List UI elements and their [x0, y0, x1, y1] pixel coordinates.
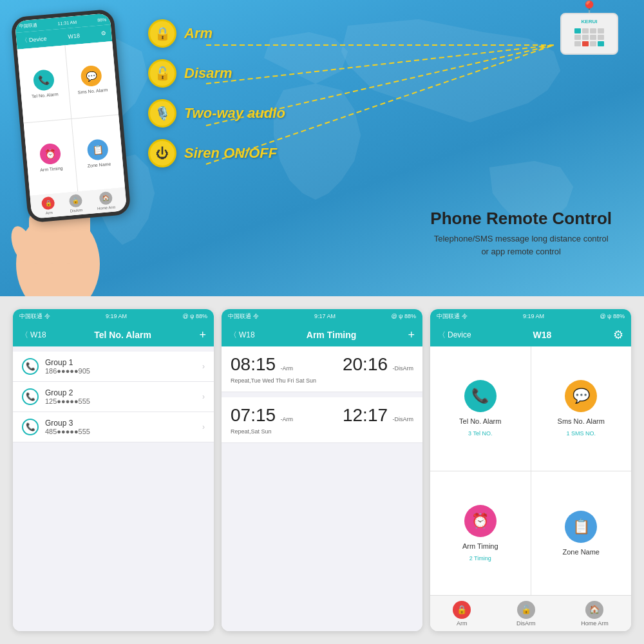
screen3-status-left: 中国联通 令 — [437, 312, 468, 321]
phone-nav-arm[interactable]: 🔒 Arm — [41, 196, 55, 216]
tel-item-3[interactable]: 📞 Group 3 485●●●●●555 › — [13, 412, 214, 442]
screen1-tel-alarm: 中国联通 令 9:19 AM @ ψ 88% 〈 W18 Tel No. Ala… — [13, 309, 214, 631]
tel-phone-icon: 📞 — [22, 358, 39, 375]
screen1-back[interactable]: 〈 W18 — [21, 330, 46, 341]
bottom-nav: 🔒 Arm 🔓 DisArm 🏠 Home Arm — [430, 595, 631, 631]
nav-disarm[interactable]: 🔓 DisArm — [516, 601, 536, 627]
feature-arm: 🔒 Arm — [148, 19, 285, 48]
tel-chevron-icon: › — [202, 422, 205, 431]
screen1-status-left: 中国联通 令 — [19, 312, 50, 321]
subtitle: Telephone/SMS message long distance cont… — [430, 232, 612, 258]
main-cell-icon-2: ⏰ — [464, 505, 497, 537]
screen3-main: 中国联通 令 9:19 AM @ ψ 88% 〈 Device W18 ⚙ 📞 … — [430, 309, 631, 631]
main-cell-tel-no.-alarm[interactable]: 📞 Tel No. Alarm 3 Tel NO. — [430, 346, 531, 471]
arm-icon: 🔒 — [148, 19, 176, 48]
screen1-status-bar: 中国联通 令 9:19 AM @ ψ 88% — [13, 309, 214, 323]
main-title: Phone Remote Control — [430, 209, 612, 229]
timing-list: 08:15 -Arm 20:16 -DisArm Repeat,Tue Wed … — [222, 346, 422, 631]
disarm-label: Disarm — [184, 65, 232, 82]
device-image: 📍 KERUI — [560, 13, 625, 58]
main-cell-icon-3: 📋 — [565, 511, 597, 543]
screen2-status-left: 中国联通 令 — [228, 312, 259, 321]
main-cell-icon-0: 📞 — [464, 380, 497, 412]
screen3-header: 〈 Device W18 ⚙ — [430, 323, 631, 346]
screen1-title: Tel No. Alarm — [94, 330, 151, 340]
phone-cell-arm-timing[interactable]: ⏰ Arm Timing — [24, 119, 77, 196]
tel-chevron-icon: › — [202, 392, 205, 401]
timing-item-1[interactable]: 08:15 -Arm 20:16 -DisArm Repeat,Tue Wed … — [222, 346, 422, 392]
phone-cell-sms-no.-alarm[interactable]: 💬 Sms No. Alarm — [65, 41, 118, 118]
bottom-section: 中国联通 令 9:19 AM @ ψ 88% 〈 W18 Tel No. Ala… — [0, 296, 644, 644]
main-cell-sms-no.-alarm[interactable]: 💬 Sms No. Alarm 1 SMS NO. — [531, 346, 632, 471]
tel-phone-icon: 📞 — [22, 388, 39, 405]
nav-icon-2: 🏠 — [585, 601, 603, 619]
top-section: 中国联通 11:31 AM 88% 〈 Device W18 ⚙ 📞 Tel N… — [0, 0, 644, 296]
screen2-header: 〈 W18 Arm Timing + — [222, 323, 422, 346]
timing-item-2[interactable]: 07:15 -Arm 12:17 -DisArm Repeat,Sat Sun — [222, 397, 422, 443]
device-box: KERUI — [560, 13, 618, 55]
screen2-back[interactable]: 〈 W18 — [229, 330, 255, 341]
nav-icon-0: 🔒 — [453, 601, 471, 619]
screen3-back[interactable]: 〈 Device — [438, 330, 471, 341]
screen3-settings[interactable]: ⚙ — [613, 328, 623, 342]
nav-arm[interactable]: 🔒 Arm — [453, 601, 471, 627]
feature-disarm: 🔓 Disarm — [148, 59, 285, 88]
tel-item-1[interactable]: 📞 Group 1 186●●●●●905 › — [13, 352, 214, 382]
screen1-status-right: @ ψ 88% — [182, 313, 207, 319]
phone-mockup: 中国联通 11:31 AM 88% 〈 Device W18 ⚙ 📞 Tel N… — [10, 9, 131, 223]
screen1-add-button[interactable]: + — [199, 328, 206, 342]
screen1-status-time: 9:19 AM — [106, 313, 127, 319]
main-cell-zone-name[interactable]: 📋 Zone Name — [531, 471, 632, 596]
screen2-status-right: @ ψ 88% — [391, 313, 416, 319]
text-content: Phone Remote Control Telephone/SMS messa… — [430, 209, 612, 258]
disarm-icon: 🔓 — [148, 59, 176, 88]
main-cell-arm-timing[interactable]: ⏰ Arm Timing 2 Timing — [430, 471, 531, 596]
tel-phone-icon: 📞 — [22, 419, 39, 435]
audio-label: Two-way audio — [184, 105, 285, 122]
siren-icon: ⏻ — [148, 139, 176, 167]
phone-cell-tel-no.-alarm[interactable]: 📞 Tel No. Alarm — [17, 45, 71, 122]
screen2-status-bar: 中国联通 令 9:17 AM @ ψ 88% — [222, 309, 422, 323]
feature-siren: ⏻ Siren ON/OFF — [148, 139, 285, 167]
screen3-status-bar: 中国联通 令 9:19 AM @ ψ 88% — [430, 309, 631, 323]
screen2-status-time: 9:17 AM — [314, 313, 336, 319]
nav-home-arm[interactable]: 🏠 Home Arm — [581, 601, 609, 627]
screen3-status-right: @ ψ 88% — [600, 313, 625, 319]
screen2-arm-timing: 中国联通 令 9:17 AM @ ψ 88% 〈 W18 Arm Timing … — [222, 309, 422, 631]
feature-audio: 🎙️ Two-way audio — [148, 99, 285, 128]
tel-item-2[interactable]: 📞 Group 2 125●●●●●555 › — [13, 382, 214, 412]
screen2-add-button[interactable]: + — [408, 328, 415, 342]
screen3-status-time: 9:19 AM — [523, 313, 544, 319]
siren-label: Siren ON/OFF — [184, 145, 277, 162]
screen2-title: Arm Timing — [307, 330, 357, 340]
phone-cell-zone-name[interactable]: 📋 Zone Name — [71, 115, 125, 191]
device-keypad — [572, 26, 607, 49]
audio-icon: 🎙️ — [148, 99, 176, 128]
phone-nav-disarm[interactable]: 🔓 DisArm — [68, 194, 82, 213]
nav-icon-1: 🔓 — [517, 601, 535, 619]
tel-list: 📞 Group 1 186●●●●●905 › 📞 Group 2 125●●●… — [13, 346, 214, 631]
screen3-title: W18 — [533, 330, 551, 340]
tel-chevron-icon: › — [202, 362, 205, 371]
phone-nav-home arm[interactable]: 🏠 Home Arm — [96, 191, 116, 211]
feature-labels: 🔒 Arm 🔓 Disarm 🎙️ Two-way audio ⏻ Siren … — [148, 19, 285, 179]
screen1-header: 〈 W18 Tel No. Alarm + — [13, 323, 214, 346]
arm-label: Arm — [184, 25, 213, 42]
main-grid: 📞 Tel No. Alarm 3 Tel NO. 💬 Sms No. Alar… — [430, 346, 631, 595]
main-cell-icon-1: 💬 — [565, 380, 597, 412]
